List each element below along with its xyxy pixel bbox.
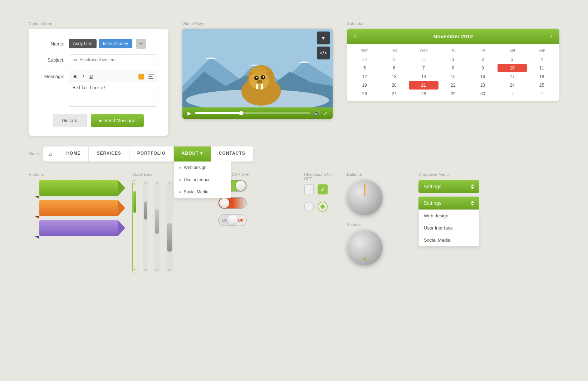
cal-day[interactable]: 19	[350, 81, 379, 90]
cal-day[interactable]: 26	[350, 90, 379, 98]
play-button[interactable]: ▶	[187, 110, 191, 116]
progress-thumb	[239, 111, 243, 115]
scroll-up-arrow[interactable]: ▲	[133, 182, 136, 185]
checkbox-checked[interactable]: ✓	[318, 184, 328, 194]
cal-day[interactable]: 4	[527, 55, 557, 64]
toggle-mixed-off-label: Off	[238, 218, 244, 222]
dropdown-settings1[interactable]: Settings	[418, 180, 479, 193]
submenu-ui[interactable]: User interface	[174, 174, 231, 186]
scroll-up-arrow[interactable]: ▲	[144, 182, 147, 185]
nav-item-about[interactable]: ABOUT ▾	[174, 146, 211, 161]
bold-button[interactable]: B	[72, 73, 78, 80]
scroll-up-arrow[interactable]: ▲	[156, 182, 158, 185]
scroll-down-arrow[interactable]: ▼	[156, 269, 158, 272]
submenu-social[interactable]: Social Media	[174, 186, 231, 198]
cal-day[interactable]: 30	[468, 90, 498, 98]
progress-fill	[195, 112, 241, 114]
checkbox-unchecked[interactable]	[304, 184, 314, 194]
ribbon-arrow-purple	[118, 220, 125, 236]
subject-input[interactable]	[69, 54, 157, 65]
favorite-button[interactable]: ♥	[317, 32, 330, 44]
cal-day[interactable]: 11	[527, 64, 557, 72]
tag-andy[interactable]: Andy Lurs	[69, 39, 97, 48]
prev-month-button[interactable]: ‹	[352, 32, 358, 40]
send-button[interactable]: Send Message	[91, 114, 144, 127]
toggle-off-switch[interactable]: Off	[218, 197, 247, 209]
scrollbar-thumb-green[interactable]	[133, 191, 136, 213]
scroll-down-arrow[interactable]: ▼	[144, 269, 147, 272]
dropdown-ui[interactable]: User interface	[419, 222, 479, 234]
tag-mike[interactable]: Mike Charley	[99, 39, 132, 48]
scrollbar-thumb-gray3[interactable]	[167, 223, 172, 252]
cal-day[interactable]: 25	[527, 81, 557, 90]
code-button[interactable]: </>	[317, 47, 330, 59]
scroll-down-arrow[interactable]: ▼	[133, 268, 136, 271]
nav-item-contacts[interactable]: CONTACTS	[211, 146, 253, 161]
cal-day[interactable]: 30	[379, 55, 409, 64]
cal-day[interactable]: 22	[438, 81, 468, 90]
cal-day-selected[interactable]: 21	[409, 81, 438, 90]
video-content	[182, 29, 333, 107]
align-icon[interactable]	[148, 74, 154, 79]
underline-button[interactable]: U	[88, 73, 94, 80]
dropdown-settings2[interactable]: Settings	[418, 197, 479, 209]
cal-day[interactable]: 23	[468, 81, 498, 90]
add-tag-button[interactable]: +	[136, 39, 146, 49]
cal-day[interactable]: 17	[498, 72, 527, 81]
progress-bar[interactable]	[195, 112, 310, 114]
nav-item-services[interactable]: SERVICES	[89, 146, 129, 161]
svg-rect-15	[256, 84, 258, 89]
radio-unchecked[interactable]	[304, 202, 314, 212]
toggle-mixed-switch[interactable]: On Off	[218, 214, 247, 226]
volume-icon[interactable]: 🔊	[314, 110, 320, 116]
cal-day[interactable]: 18	[527, 72, 557, 81]
cal-day[interactable]: 13	[379, 72, 409, 81]
radio-checked[interactable]	[318, 202, 328, 212]
cal-day[interactable]: 14	[409, 72, 438, 81]
color-picker[interactable]	[138, 74, 144, 79]
cal-day[interactable]: 1	[438, 55, 468, 64]
cal-day[interactable]: 29	[350, 55, 379, 64]
balance-knob[interactable]	[347, 179, 383, 215]
scroll-up-arrow[interactable]: ▲	[168, 182, 171, 185]
discard-button[interactable]: Discard	[53, 114, 87, 127]
scrollbar-thumb-gray2[interactable]	[155, 209, 159, 234]
cal-day[interactable]: 5	[350, 64, 379, 72]
cal-day[interactable]: 9	[468, 64, 498, 72]
cal-day[interactable]: 8	[438, 64, 468, 72]
cal-day[interactable]: 20	[379, 81, 409, 90]
scrollbar-thumb-gray1[interactable]	[144, 202, 147, 220]
balance-group: Balance	[347, 172, 404, 215]
cal-day[interactable]: 2	[527, 90, 557, 98]
cal-day[interactable]: 7	[409, 64, 438, 72]
nav-item-home[interactable]: HOME	[58, 146, 89, 161]
cal-day[interactable]: 15	[438, 72, 468, 81]
submenu-webdesign[interactable]: Web design	[174, 161, 231, 174]
dropdown-settings2-label: Settings	[423, 200, 442, 206]
dropdown-webdesign[interactable]: Web design	[419, 210, 479, 222]
cal-day[interactable]: 27	[379, 90, 409, 98]
nav-item-portfolio[interactable]: PORTFOLIO	[129, 146, 174, 161]
cal-day[interactable]: 28	[409, 90, 438, 98]
expand-icon[interactable]: ⤢	[323, 110, 328, 116]
cal-day[interactable]: 6	[379, 64, 409, 72]
volume-knob[interactable]	[347, 230, 383, 265]
cal-day[interactable]: 16	[468, 72, 498, 81]
cal-day[interactable]: 3	[498, 55, 527, 64]
next-month-button[interactable]: ›	[548, 32, 554, 40]
calendar-month-title: November 2012	[433, 33, 473, 39]
message-textarea[interactable]: Hello there!	[69, 82, 157, 107]
nav-home-button[interactable]: ⌂	[43, 146, 59, 161]
scrollbar-green: ▲ ▼	[132, 180, 137, 273]
menu-section-label: Menu	[29, 151, 39, 156]
scroll-down-arrow[interactable]: ▼	[168, 268, 171, 272]
cal-day[interactable]: 29	[438, 90, 468, 98]
dropdown-social[interactable]: Social Media	[419, 234, 479, 246]
cal-day-today[interactable]: 10	[498, 64, 527, 72]
cal-day[interactable]: 1	[498, 90, 527, 98]
italic-button[interactable]: I	[81, 73, 85, 80]
cal-day[interactable]: 31	[409, 55, 438, 64]
cal-day[interactable]: 12	[350, 72, 379, 81]
cal-day[interactable]: 24	[498, 81, 527, 90]
cal-day[interactable]: 2	[468, 55, 498, 64]
